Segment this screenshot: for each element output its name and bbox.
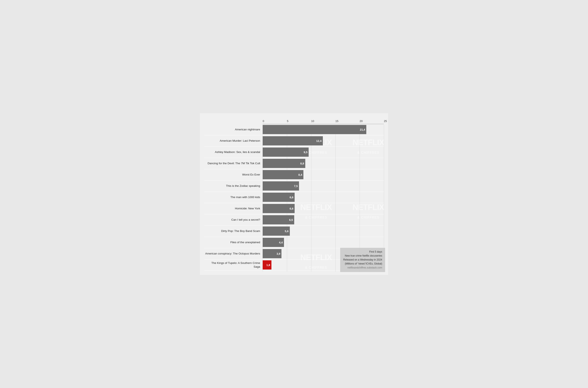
bar-row: Files of the unexplained4,4 <box>204 237 384 248</box>
bar-value: 4,4 <box>279 241 283 244</box>
bar-row: Dancing for the Devil: The 7M Tik Tok Cu… <box>204 158 384 169</box>
bar-row: American Murder: Laci Peterson12,4 <box>204 135 384 147</box>
bar-label: Ashley Madison: Sex, lies & scandal <box>204 150 263 154</box>
bar-track: 8,4 <box>263 170 384 179</box>
x-axis: 0510152025 <box>263 120 384 123</box>
legend-line2: New true crime Netflix docuseries <box>343 254 382 258</box>
legend-box: First 5 days New true crime Netflix docu… <box>340 248 385 272</box>
bar-value: 7,5 <box>294 185 298 188</box>
bar: 6,6 <box>263 193 295 202</box>
legend-line4: (Millions of "views"/CVEs, Global) <box>343 262 382 266</box>
bar: 12,4 <box>263 136 323 146</box>
bar-value: 6,5 <box>289 218 293 221</box>
bar-track: 6,5 <box>263 215 384 224</box>
bar-track: 4,4 <box>263 238 384 247</box>
bar-row: Homicide: New York6,6 <box>204 203 384 214</box>
bar-label: Worst Ex Ever <box>204 173 263 176</box>
x-axis-ticks: 0510152025 <box>263 120 384 123</box>
bar-value: 21,4 <box>360 128 365 131</box>
bar-value: 8,8 <box>300 162 304 165</box>
bar-track: 12,4 <box>263 136 384 146</box>
chart-container: NETFLIX& CHIFFRESNETFLIX& CHIFFRESNETFLI… <box>200 113 388 275</box>
bar-track: 9,5 <box>263 147 384 157</box>
bar: 3,9 <box>263 249 281 258</box>
bar-row: Ashley Madison: Sex, lies & scandal9,5 <box>204 147 384 158</box>
bar-track: 5,6 <box>263 226 384 236</box>
bar-label: American Murder: Laci Peterson <box>204 139 263 143</box>
bar-track: 7,5 <box>263 181 384 191</box>
bar-row: Dirty Pop: The Boy Band Scam5,6 <box>204 226 384 237</box>
bar-row: Can I tell you a secret?6,5 <box>204 214 384 226</box>
bar: 8,4 <box>263 170 303 179</box>
bar-track: 6,6 <box>263 204 384 213</box>
bar-track: 8,8 <box>263 159 384 168</box>
bar-value: 5,6 <box>285 230 289 233</box>
bar-row: This is the Zodiac speaking7,5 <box>204 181 384 192</box>
bar-row: The man with 1000 kids6,6 <box>204 192 384 203</box>
bar-value: 6,6 <box>290 207 293 210</box>
bar: 8,8 <box>263 159 305 168</box>
bar-value: 1,8 <box>267 264 270 267</box>
bar: 6,6 <box>263 204 295 213</box>
legend-source: netflixandchiffres.substack.com <box>343 266 382 270</box>
legend-line3: Released on a Wednesday in 2024 <box>343 258 382 262</box>
bar-value: 9,5 <box>304 151 307 154</box>
legend-line1: First 5 days <box>343 250 382 254</box>
bar-value: 8,4 <box>298 173 302 176</box>
bar-label: Dancing for the Devil: The 7M Tik Tok Cu… <box>204 162 263 165</box>
bar-value: 6,6 <box>290 196 293 199</box>
bar-label: Homicide: New York <box>204 207 263 210</box>
bar-label: American conspiracy: The Octopus Murders <box>204 252 263 256</box>
bar: 4,4 <box>263 238 284 247</box>
bar-label: The Kings of Tupelo: A Southern Crime Sa… <box>204 261 263 268</box>
bar: 6,5 <box>263 215 294 224</box>
bar: 1,8 <box>263 260 271 269</box>
bar-row: Worst Ex Ever8,4 <box>204 169 384 181</box>
bar: 9,5 <box>263 147 309 157</box>
bar-label: This is the Zodiac speaking <box>204 184 263 188</box>
bar: 5,6 <box>263 226 290 236</box>
bar-value: 3,9 <box>276 252 280 255</box>
bar-value: 12,4 <box>316 139 321 143</box>
bar-row: American nightmare21,4 <box>204 124 384 135</box>
bar-track: 6,6 <box>263 193 384 202</box>
bar-label: The man with 1000 kids <box>204 195 263 199</box>
bar: 7,5 <box>263 181 299 191</box>
bar: 21,4 <box>263 125 366 134</box>
bar-label: American nightmare <box>204 128 263 131</box>
bar-track: 21,4 <box>263 125 384 134</box>
bar-label: Dirty Pop: The Boy Band Scam <box>204 229 263 233</box>
bar-label: Files of the unexplained <box>204 241 263 244</box>
bar-label: Can I tell you a secret? <box>204 218 263 222</box>
